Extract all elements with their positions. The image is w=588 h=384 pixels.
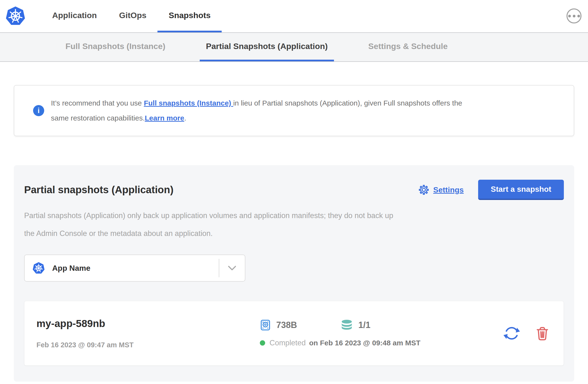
kubernetes-logo-icon	[5, 6, 26, 27]
top-nav-tabs: Application GitOps Snapshots	[41, 0, 222, 32]
database-icon	[340, 320, 353, 331]
snapshot-volumes-value: 1/1	[358, 320, 370, 330]
nav-tab-application[interactable]: Application	[41, 0, 108, 32]
tab-full-snapshots-instance[interactable]: Full Snapshots (Instance)	[59, 33, 172, 61]
panel-description: Partial snapshots (Application) only bac…	[24, 207, 564, 242]
restore-snapshot-button[interactable]	[503, 324, 521, 342]
chevron-down-icon	[219, 265, 245, 271]
snapshot-row: my-app-589nb Feb 16 2023 @ 09:47 am MST …	[24, 301, 564, 366]
page-title: Partial snapshots (Application)	[24, 184, 173, 196]
description-line: the Admin Console or the metadata about …	[24, 229, 213, 238]
info-banner: i It’s recommend that you use Full snaps…	[14, 85, 574, 136]
full-snapshots-instance-link[interactable]: Full snapshots (Instance)	[144, 99, 233, 107]
tab-settings-schedule[interactable]: Settings & Schedule	[362, 33, 454, 61]
nav-tab-snapshots[interactable]: Snapshots	[157, 0, 222, 32]
status-green-dot-icon	[260, 340, 265, 346]
info-circle-icon: i	[33, 105, 44, 116]
tab-partial-snapshots-application[interactable]: Partial Snapshots (Application)	[200, 33, 334, 61]
restore-arrows-icon	[503, 324, 521, 342]
info-text-segment: .	[184, 114, 186, 122]
info-text-segment: same restoration capabilities.	[51, 114, 145, 122]
app-selector-value: App Name	[52, 264, 219, 273]
kubernetes-app-icon	[32, 262, 45, 275]
learn-more-link[interactable]: Learn more	[145, 114, 184, 122]
snapshots-sub-nav: Full Snapshots (Instance) Partial Snapsh…	[0, 32, 588, 62]
snapshot-settings-link[interactable]: Settings	[418, 184, 464, 195]
info-banner-text: It’s recommend that you use Full snapsho…	[51, 96, 462, 126]
snapshot-actions	[503, 324, 550, 342]
trash-icon	[535, 326, 550, 341]
panel-header-actions: Settings Start a snapshot	[418, 180, 564, 200]
hard-drive-icon	[260, 319, 271, 331]
delete-snapshot-button[interactable]	[535, 326, 550, 341]
snapshot-status: Completed	[270, 339, 306, 347]
description-line: Partial snapshots (Application) only bac…	[24, 211, 393, 220]
nav-tab-gitops[interactable]: GitOps	[108, 0, 157, 32]
info-text-segment: in lieu of Partial snapshots (Applicatio…	[233, 99, 462, 107]
snapshot-stats: 738B 1/1 Completed on Feb 16 2023 @ 09:4…	[260, 319, 496, 347]
info-text-segment: It’s recommend that you use	[51, 99, 144, 107]
gear-icon	[418, 184, 429, 195]
snapshot-status-row: Completed on Feb 16 2023 @ 09:48 am MST	[260, 339, 496, 347]
start-snapshot-button[interactable]: Start a snapshot	[478, 180, 564, 200]
overflow-menu-button[interactable]	[567, 8, 582, 23]
snapshot-info: my-app-589nb Feb 16 2023 @ 09:47 am MST	[37, 318, 260, 349]
ellipsis-dot	[568, 15, 571, 17]
settings-link-label: Settings	[433, 186, 464, 194]
snapshot-name: my-app-589nb	[37, 318, 260, 329]
snapshot-started-timestamp: Feb 16 2023 @ 09:47 am MST	[37, 341, 260, 349]
snapshot-volumes-stat: 1/1	[340, 320, 370, 331]
panel-header: Partial snapshots (Application) Settings…	[24, 179, 564, 200]
ellipsis-dot	[573, 15, 575, 17]
snapshot-size-stat: 738B	[260, 319, 297, 331]
top-nav: Application GitOps Snapshots	[0, 0, 588, 32]
app-name-selector[interactable]: App Name	[24, 255, 245, 282]
snapshot-finished-timestamp: on Feb 16 2023 @ 09:48 am MST	[309, 339, 420, 347]
snapshot-size-value: 738B	[276, 320, 297, 330]
ellipsis-dot	[577, 15, 580, 17]
partial-snapshots-panel: Partial snapshots (Application) Settings…	[14, 165, 574, 382]
snapshot-stats-row: 738B 1/1	[260, 319, 496, 331]
